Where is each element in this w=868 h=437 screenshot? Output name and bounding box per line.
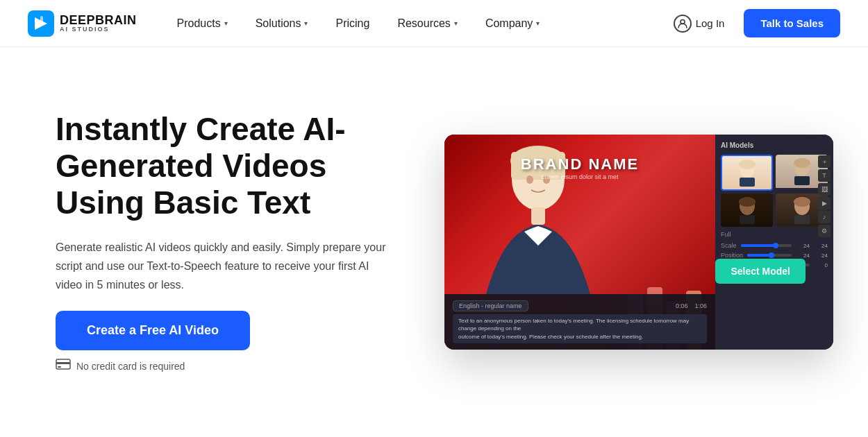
mockup-controls: English - regular name 0:06 1:06 Text to… xyxy=(444,294,715,350)
model-grid xyxy=(721,155,828,227)
mockup-main-video: BRAND NAME Lorem ipsum dolor sit a met xyxy=(444,135,715,350)
position-slider-row: Position 24 24 xyxy=(721,252,828,259)
panel-icon-row: ＋ T 🖼 ▶ ♪ ⚙ xyxy=(818,155,831,237)
ai-models-panel: AI Models xyxy=(715,135,833,350)
chevron-down-icon: ▾ xyxy=(224,19,228,27)
language-badge: English - regular name xyxy=(453,300,528,311)
position-value: 24 xyxy=(796,252,810,259)
svg-point-23 xyxy=(794,197,810,207)
controls-row1: English - regular name 0:06 1:06 xyxy=(453,300,707,311)
model-thumb-3[interactable] xyxy=(721,194,773,227)
svg-rect-18 xyxy=(794,176,810,185)
hero-title: Instantly Create AI-Generated Videos Usi… xyxy=(56,111,417,221)
nav-item-company[interactable]: Company ▾ xyxy=(473,12,552,35)
logo-icon xyxy=(28,10,54,37)
hero-description: Generate realistic AI videos quickly and… xyxy=(56,238,389,295)
no-credit-card-notice: No credit card is required xyxy=(56,359,417,373)
hero-right: BRAND NAME Lorem ipsum dolor sit a met xyxy=(444,135,833,350)
full-label: Full xyxy=(721,231,731,238)
panel-icon-add[interactable]: ＋ xyxy=(818,155,831,168)
scale-slider[interactable] xyxy=(741,244,792,247)
chevron-down-icon: ▾ xyxy=(454,19,458,27)
svg-rect-6 xyxy=(58,366,61,368)
nav-links: Products ▾ Solutions ▾ Pricing Resources… xyxy=(165,12,665,35)
svg-point-14 xyxy=(739,160,756,169)
nav-item-products[interactable]: Products ▾ xyxy=(165,12,240,35)
logo-text: DEEPBRAIN AI STUDIOS xyxy=(60,14,137,33)
scale-value: 24 xyxy=(796,243,810,249)
panel-icon-image[interactable]: 🖼 xyxy=(818,183,831,196)
nav-right: Log In Talk to Sales xyxy=(665,9,840,38)
svg-point-17 xyxy=(794,158,810,168)
logo-brand: DEEPBRAIN xyxy=(60,14,137,26)
logo[interactable]: DEEPBRAIN AI STUDIOS xyxy=(28,10,137,37)
svg-rect-24 xyxy=(794,215,810,224)
zindex-value: 0 xyxy=(814,262,828,268)
brand-overlay: BRAND NAME Lorem ipsum dolor sit a met xyxy=(521,155,639,180)
hero-section: Instantly Create AI-Generated Videos Usi… xyxy=(0,47,868,437)
chevron-down-icon: ▾ xyxy=(536,19,540,27)
logo-sub: AI STUDIOS xyxy=(60,26,137,33)
panel-title: AI Models xyxy=(721,140,828,151)
model-face-1 xyxy=(722,156,771,189)
create-free-video-button[interactable]: Create a Free AI Video xyxy=(56,311,250,350)
credit-card-icon xyxy=(56,359,71,373)
user-icon xyxy=(674,15,692,33)
login-button[interactable]: Log In xyxy=(665,9,733,38)
nav-item-solutions[interactable]: Solutions ▾ xyxy=(243,12,321,35)
svg-point-20 xyxy=(739,197,756,207)
navbar: DEEPBRAIN AI STUDIOS Products ▾ Solution… xyxy=(0,0,868,47)
chevron-down-icon: ▾ xyxy=(304,19,308,27)
nav-item-resources[interactable]: Resources ▾ xyxy=(385,12,469,35)
panel-icon-text[interactable]: T xyxy=(818,169,831,182)
product-mockup: BRAND NAME Lorem ipsum dolor sit a met xyxy=(444,135,833,350)
panel-icon-audio[interactable]: ♪ xyxy=(818,211,831,223)
select-model-button[interactable]: Select Model xyxy=(715,259,806,284)
svg-rect-21 xyxy=(740,215,755,224)
svg-rect-12 xyxy=(531,207,545,225)
position-slider[interactable] xyxy=(747,254,792,257)
nav-item-pricing[interactable]: Pricing xyxy=(323,12,382,35)
talk-to-sales-button[interactable]: Talk to Sales xyxy=(744,9,840,37)
scale-slider-row: Scale 24 24 xyxy=(721,242,828,249)
panel-icon-video[interactable]: ▶ xyxy=(818,197,831,209)
svg-rect-5 xyxy=(56,362,70,364)
panel-icon-settings[interactable]: ⚙ xyxy=(818,225,831,237)
hero-cta: Create a Free AI Video No credit card is… xyxy=(56,311,417,373)
hero-left: Instantly Create AI-Generated Videos Usi… xyxy=(56,111,417,373)
script-text: Text to an anonymous person taken to tod… xyxy=(453,314,707,343)
svg-rect-15 xyxy=(740,178,755,187)
model-face-3 xyxy=(721,194,773,227)
time-display: 0:06 1:06 xyxy=(676,302,707,309)
brand-name-text: BRAND NAME xyxy=(521,155,639,173)
svg-rect-2 xyxy=(40,16,43,23)
model-thumb-1[interactable] xyxy=(721,155,773,191)
brand-sub-text: Lorem ipsum dolor sit a met xyxy=(521,173,639,180)
